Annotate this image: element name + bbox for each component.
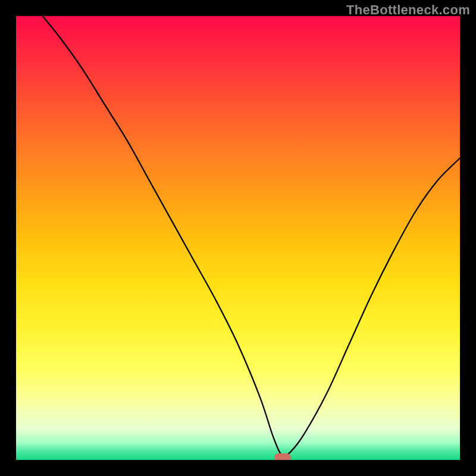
curve-path [43,16,460,456]
attribution-label: TheBottleneck.com [346,2,470,18]
chart-frame: TheBottleneck.com [0,0,476,476]
optimum-marker [274,453,291,460]
bottleneck-curve [16,16,460,460]
plot-area [16,16,460,460]
